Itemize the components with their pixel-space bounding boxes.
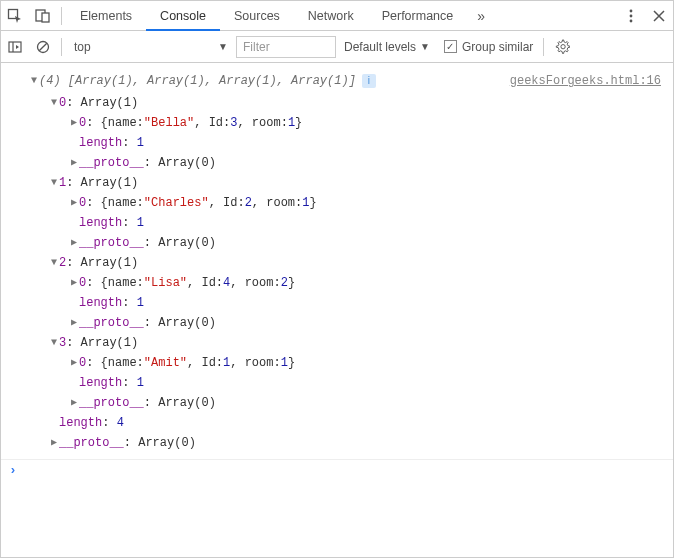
inspect-icon[interactable] xyxy=(1,1,29,31)
length-value: 1 xyxy=(137,133,144,153)
tab-sources[interactable]: Sources xyxy=(220,1,294,31)
info-icon[interactable]: i xyxy=(362,74,376,88)
index-key: 0 xyxy=(79,113,86,133)
length-value: 4 xyxy=(117,413,124,433)
array-label: Array(1) xyxy=(81,333,139,353)
index-key: 0 xyxy=(59,93,66,113)
length-key: length xyxy=(79,373,122,393)
context-selector[interactable]: top ▼ xyxy=(66,36,236,58)
tab-network[interactable]: Network xyxy=(294,1,368,31)
length-row: length: 1 xyxy=(1,373,673,393)
source-link[interactable]: geeksForgeeks.html:16 xyxy=(510,71,665,91)
array-preview: [Array(1), Array(1), Array(1), Array(1)] xyxy=(68,71,356,91)
svg-point-4 xyxy=(630,14,633,17)
expand-toggle[interactable] xyxy=(69,193,79,213)
expand-toggle[interactable] xyxy=(69,273,79,293)
expand-toggle[interactable] xyxy=(29,71,39,91)
expand-toggle[interactable] xyxy=(49,253,59,273)
console-toolbar: top ▼ Filter Default levels ▼ ✓ Group si… xyxy=(1,31,673,63)
proto-row: __proto__: Array(0) xyxy=(1,153,673,173)
proto-row: __proto__: Array(0) xyxy=(1,393,673,413)
svg-rect-6 xyxy=(9,42,21,52)
array-label: Array(1) xyxy=(81,173,139,193)
index-key: 0 xyxy=(79,193,86,213)
outer-proto-row: __proto__: Array(0) xyxy=(1,433,673,453)
length-row: length: 1 xyxy=(1,133,673,153)
proto-key: __proto__ xyxy=(79,233,144,253)
length-key: length xyxy=(59,413,102,433)
name-value: "Charles" xyxy=(144,193,209,213)
array-count: (4) xyxy=(39,71,61,91)
tab-elements[interactable]: Elements xyxy=(66,1,146,31)
kebab-menu-icon[interactable] xyxy=(617,1,645,31)
expand-toggle[interactable] xyxy=(69,353,79,373)
expand-toggle[interactable] xyxy=(49,93,59,113)
room-value: 2 xyxy=(281,273,288,293)
chevron-down-icon: ▼ xyxy=(218,41,228,52)
object-row: 0: {name: "Lisa", Id: 4, room: 2} xyxy=(1,273,673,293)
expand-toggle[interactable] xyxy=(49,333,59,353)
proto-key: __proto__ xyxy=(79,313,144,333)
array-index-row: 0: Array(1) xyxy=(1,93,673,113)
proto-value: Array(0) xyxy=(158,313,216,333)
array-label: Array(1) xyxy=(81,93,139,113)
tab-performance[interactable]: Performance xyxy=(368,1,468,31)
console-input-row[interactable]: › xyxy=(1,459,673,481)
svg-rect-2 xyxy=(42,13,49,22)
separator xyxy=(61,7,62,25)
array-index-row: 2: Array(1) xyxy=(1,253,673,273)
devtools-tabbar: Elements Console Sources Network Perform… xyxy=(1,1,673,31)
object-row: 0: {name: "Amit", Id: 1, room: 1} xyxy=(1,353,673,373)
more-tabs-icon[interactable]: » xyxy=(467,1,495,31)
log-summary: (4) [Array(1), Array(1), Array(1), Array… xyxy=(1,69,673,93)
expand-toggle[interactable] xyxy=(69,233,79,253)
object-row: 0: {name: "Charles", Id: 2, room: 1} xyxy=(1,193,673,213)
object-row: 0: {name: "Bella", Id: 3, room: 1} xyxy=(1,113,673,133)
array-label: Array(1) xyxy=(81,253,139,273)
name-value: "Amit" xyxy=(144,353,187,373)
device-toggle-icon[interactable] xyxy=(29,1,57,31)
svg-line-9 xyxy=(39,43,47,51)
filter-input[interactable]: Filter xyxy=(236,36,336,58)
room-value: 1 xyxy=(281,353,288,373)
name-value: "Bella" xyxy=(144,113,194,133)
length-key: length xyxy=(79,213,122,233)
expand-toggle[interactable] xyxy=(69,153,79,173)
svg-point-3 xyxy=(630,9,633,12)
proto-value: Array(0) xyxy=(158,233,216,253)
svg-point-5 xyxy=(630,19,633,22)
length-row: length: 1 xyxy=(1,213,673,233)
length-row: length: 1 xyxy=(1,293,673,313)
proto-row: __proto__: Array(0) xyxy=(1,313,673,333)
expand-toggle[interactable] xyxy=(69,313,79,333)
tab-console[interactable]: Console xyxy=(146,1,220,31)
log-levels-selector[interactable]: Default levels ▼ xyxy=(336,40,438,54)
separator xyxy=(543,38,544,56)
id-value: 4 xyxy=(223,273,230,293)
close-icon[interactable] xyxy=(645,1,673,31)
expand-toggle[interactable] xyxy=(69,113,79,133)
proto-key: __proto__ xyxy=(79,393,144,413)
array-index-row: 3: Array(1) xyxy=(1,333,673,353)
expand-toggle[interactable] xyxy=(49,173,59,193)
index-key: 3 xyxy=(59,333,66,353)
settings-icon[interactable] xyxy=(548,31,576,63)
expand-toggle[interactable] xyxy=(49,433,59,453)
expand-toggle[interactable] xyxy=(69,393,79,413)
array-index-row: 1: Array(1) xyxy=(1,173,673,193)
proto-value: Array(0) xyxy=(158,393,216,413)
filter-placeholder: Filter xyxy=(243,40,270,54)
length-key: length xyxy=(79,293,122,313)
levels-label: Default levels xyxy=(344,40,416,54)
length-value: 1 xyxy=(137,213,144,233)
checkbox-icon: ✓ xyxy=(444,40,457,53)
room-value: 1 xyxy=(302,193,309,213)
prompt-icon: › xyxy=(9,461,17,481)
proto-value: Array(0) xyxy=(138,433,196,453)
id-value: 2 xyxy=(245,193,252,213)
clear-console-icon[interactable] xyxy=(29,31,57,63)
id-value: 3 xyxy=(230,113,237,133)
index-key: 2 xyxy=(59,253,66,273)
sidebar-toggle-icon[interactable] xyxy=(1,31,29,63)
group-similar-toggle[interactable]: ✓ Group similar xyxy=(438,40,539,54)
